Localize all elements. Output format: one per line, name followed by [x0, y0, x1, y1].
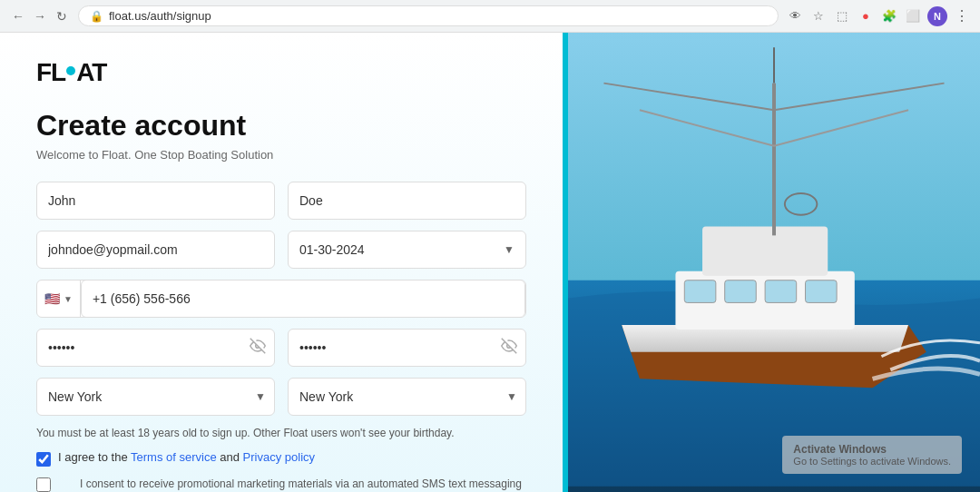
- screenshot-icon[interactable]: ⬚: [833, 7, 851, 25]
- puzzle-icon[interactable]: 🧩: [880, 7, 898, 25]
- flag-icon: 🇺🇸: [44, 291, 60, 306]
- cast-icon[interactable]: ⬜: [904, 7, 922, 25]
- menu-icon[interactable]: ⋮: [953, 7, 971, 25]
- eye-toggle-icon[interactable]: 👁: [786, 7, 804, 25]
- terms-label[interactable]: I agree to the Terms of service and Priv…: [58, 450, 315, 464]
- state-select[interactable]: New York California Texas Florida: [36, 378, 275, 416]
- profile-avatar[interactable]: N: [927, 6, 947, 26]
- svg-rect-8: [765, 280, 797, 303]
- confirm-password-eye-icon[interactable]: [501, 338, 517, 358]
- forward-button[interactable]: →: [31, 7, 49, 25]
- browser-toolbar-icons: 👁 ☆ ⬚ ● 🧩 ⬜ N ⋮: [786, 6, 971, 26]
- email-dob-row: 01-30-2024 ▼: [36, 231, 526, 269]
- city-select[interactable]: New York Buffalo Albany: [288, 378, 526, 416]
- last-name-input[interactable]: [288, 182, 526, 220]
- phone-flag-selector[interactable]: 🇺🇸 ▼: [37, 280, 81, 317]
- phone-field: 🇺🇸 ▼: [36, 280, 526, 318]
- first-name-input[interactable]: [36, 182, 275, 220]
- nav-buttons: ← → ↻: [9, 7, 71, 25]
- confirm-password-input[interactable]: [288, 329, 526, 367]
- lock-icon: 🔒: [90, 10, 103, 23]
- svg-rect-7: [725, 280, 757, 303]
- image-panel: Activate Windows Go to Settings to activ…: [568, 33, 980, 492]
- browser-chrome: ← → ↻ 🔒 float.us/auth/signup 👁 ☆ ⬚ ● 🧩 ⬜…: [0, 0, 980, 33]
- password-input[interactable]: [36, 329, 275, 367]
- flag-chevron: ▼: [64, 294, 73, 304]
- url-text: float.us/auth/signup: [109, 9, 211, 23]
- svg-rect-5: [702, 227, 828, 276]
- first-name-field: [36, 182, 275, 220]
- email-input[interactable]: [36, 231, 275, 269]
- sms-consent-checkbox[interactable]: [36, 477, 51, 492]
- boat-illustration: [568, 33, 980, 492]
- state-field: New York California Texas Florida ▼: [36, 378, 275, 416]
- password-row: [36, 329, 526, 367]
- activate-title: Activate Windows: [793, 443, 951, 456]
- age-notice: You must be at least 18 years old to sig…: [36, 427, 526, 439]
- city-field: New York Buffalo Albany ▼: [288, 378, 526, 416]
- logo-dot-icon: [66, 66, 75, 75]
- logo-text: FLAT: [36, 58, 106, 87]
- activate-subtitle: Go to Settings to activate Windows.: [793, 456, 951, 467]
- name-row: [36, 182, 526, 220]
- password-eye-icon[interactable]: [250, 338, 266, 358]
- sms-consent-label: I consent to receive promotional marketi…: [80, 476, 526, 492]
- last-name-field: [288, 182, 526, 220]
- privacy-policy-link[interactable]: Privacy policy: [243, 450, 315, 464]
- activate-windows-overlay: Activate Windows Go to Settings to activ…: [782, 436, 962, 474]
- main-content: FLAT Create account Welcome to Float. On…: [0, 33, 980, 492]
- dob-dropdown-icon: ▼: [504, 243, 514, 256]
- dob-field: 01-30-2024 ▼: [288, 231, 526, 269]
- dob-value: 01-30-2024: [299, 242, 365, 257]
- sms-consent-text: I consent to receive promotional marketi…: [58, 476, 526, 492]
- svg-rect-6: [684, 280, 716, 303]
- refresh-button[interactable]: ↻: [53, 7, 71, 25]
- logo-at: AT: [76, 58, 106, 86]
- boat-scene: Activate Windows Go to Settings to activ…: [568, 33, 980, 492]
- address-bar[interactable]: 🔒 float.us/auth/signup: [78, 5, 779, 26]
- password-field: [36, 329, 275, 367]
- extensions-icon[interactable]: ●: [857, 7, 875, 25]
- terms-checkbox-row: I agree to the Terms of service and Priv…: [36, 450, 526, 467]
- form-panel: FLAT Create account Welcome to Float. On…: [0, 33, 563, 492]
- logo: FLAT: [36, 58, 526, 87]
- email-field: [36, 231, 275, 269]
- terms-checkbox[interactable]: [36, 452, 51, 467]
- terms-and: and: [217, 450, 243, 464]
- terms-of-service-link[interactable]: Terms of service: [131, 450, 217, 464]
- phone-row: 🇺🇸 ▼: [36, 280, 526, 318]
- terms-prefix: I agree to the: [58, 450, 131, 464]
- back-button[interactable]: ←: [9, 7, 27, 25]
- page-title: Create account: [36, 109, 526, 143]
- sms-consent-row: I consent to receive promotional marketi…: [36, 476, 526, 492]
- star-icon[interactable]: ☆: [809, 7, 828, 25]
- phone-input-container: 🇺🇸 ▼: [36, 280, 526, 318]
- page-subtitle: Welcome to Float. One Stop Boating Solut…: [36, 148, 526, 162]
- svg-rect-9: [806, 280, 838, 303]
- confirm-password-field: [288, 329, 526, 367]
- location-row: New York California Texas Florida ▼ New …: [36, 378, 526, 416]
- dob-input[interactable]: 01-30-2024 ▼: [288, 231, 526, 269]
- logo-fl: FL: [36, 58, 65, 86]
- phone-number-input[interactable]: [81, 280, 525, 318]
